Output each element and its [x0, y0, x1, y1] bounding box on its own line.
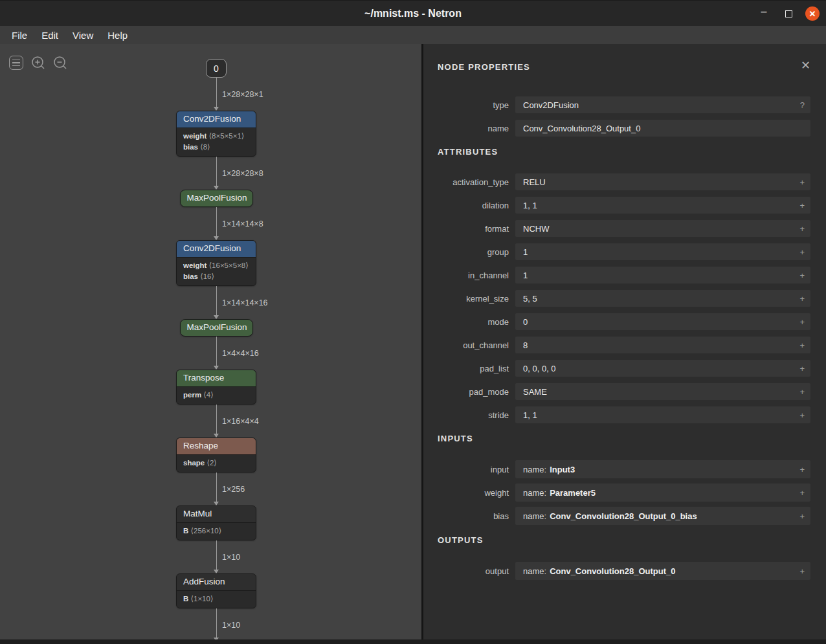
- type-help-button[interactable]: ?: [800, 100, 805, 110]
- attribute-row-in-channel: in_channel 1 +: [438, 267, 810, 283]
- arrow-down-icon: [214, 434, 219, 438]
- attribute-value-box[interactable]: SAME +: [515, 383, 810, 400]
- maximize-button[interactable]: [781, 6, 796, 21]
- graph-edge: 1×28×28×8: [164, 157, 268, 190]
- titlebar: ~/mnist.ms - Netron – ✕: [0, 0, 826, 26]
- input-value-box[interactable]: name: Conv_Convolution28_Output_0_bias +: [515, 507, 810, 525]
- attribute-value-box[interactable]: 1, 1 +: [515, 197, 810, 214]
- node-properties-panel: NODE PROPERTIES ✕ type Conv2DFusion ? na…: [423, 44, 826, 639]
- menu-view[interactable]: View: [66, 28, 100, 43]
- node-header[interactable]: MatMul: [177, 506, 256, 522]
- property-label: name: [438, 124, 509, 133]
- graph-node-maxpoolfusion-1[interactable]: MaxPoolFusion: [180, 190, 253, 207]
- name-value-box[interactable]: Conv_Convolution28_Output_0: [515, 120, 810, 137]
- expand-button[interactable]: +: [799, 201, 805, 210]
- edge-shape-label: 1×16×4×4: [222, 417, 259, 426]
- expand-button[interactable]: +: [799, 247, 805, 257]
- attribute-row-group: group 1 +: [438, 243, 810, 260]
- node-attributes: B ⟨256×10⟩: [177, 522, 256, 540]
- zoom-out-button[interactable]: [52, 55, 68, 71]
- output-row-output: output name: Conv_Convolution28_Output_0…: [438, 562, 810, 580]
- expand-button[interactable]: +: [799, 364, 805, 373]
- close-button[interactable]: ✕: [805, 6, 820, 21]
- zoom-in-icon: [30, 55, 46, 71]
- edge-shape-label: 1×14×14×8: [222, 219, 263, 228]
- expand-button[interactable]: +: [799, 224, 805, 234]
- graph-canvas[interactable]: 0 1×28×28×1 Conv2DFusion weight ⟨8×5×5×1…: [0, 44, 421, 639]
- menu-help[interactable]: Help: [101, 28, 134, 43]
- node-attributes: perm ⟨4⟩: [177, 386, 256, 404]
- attribute-row-kernel-size: kernel_size 5, 5 +: [438, 290, 810, 307]
- attribute-value-box[interactable]: 0, 0, 0, 0 +: [515, 360, 810, 377]
- expand-button[interactable]: +: [799, 317, 805, 327]
- property-row-name: name Conv_Convolution28_Output_0: [438, 120, 810, 137]
- graph-node-conv2dfusion-1[interactable]: Conv2DFusion weight ⟨8×5×5×1⟩ bias ⟨8⟩: [176, 111, 256, 157]
- attribute-value-box[interactable]: RELU +: [515, 173, 810, 190]
- close-panel-icon[interactable]: ✕: [801, 61, 810, 70]
- node-header[interactable]: Conv2DFusion: [177, 241, 256, 257]
- node-header[interactable]: Transpose: [177, 370, 256, 386]
- output-value-box[interactable]: name: Conv_Convolution28_Output_0 +: [515, 562, 810, 580]
- edge-shape-label: 1×28×28×8: [222, 169, 263, 178]
- expand-button[interactable]: +: [799, 340, 805, 350]
- graph-node-reshape[interactable]: Reshape shape ⟨2⟩: [176, 438, 256, 472]
- graph-node-addfusion[interactable]: AddFusion B ⟨1×10⟩: [176, 573, 256, 608]
- attribute-row-out-channel: out_channel 8 +: [438, 337, 810, 353]
- arrow-down-icon: [214, 366, 219, 370]
- graph-input-node[interactable]: 0: [206, 59, 227, 78]
- menu-edit[interactable]: Edit: [35, 28, 65, 43]
- input-value-box[interactable]: name: Parameter5 +: [515, 483, 810, 502]
- expand-button[interactable]: +: [799, 271, 805, 280]
- zoom-in-button[interactable]: [30, 55, 46, 71]
- input-value-box[interactable]: name: Input3 +: [515, 460, 810, 478]
- netron-window: ~/mnist.ms - Netron – ✕ File Edit View H…: [0, 0, 826, 644]
- node-header[interactable]: Reshape: [177, 438, 256, 454]
- node-header[interactable]: Conv2DFusion: [177, 111, 256, 128]
- graph-node-matmul[interactable]: MatMul B ⟨256×10⟩: [176, 505, 256, 540]
- attribute-value-box[interactable]: 5, 5 +: [515, 290, 810, 307]
- graph-edge: 1×16×4×4: [164, 405, 268, 438]
- node-attributes: B ⟨1×10⟩: [177, 590, 256, 608]
- attribute-value-box[interactable]: 0 +: [515, 313, 810, 330]
- edge-shape-label: 1×10: [222, 621, 240, 630]
- expand-button[interactable]: +: [799, 410, 805, 420]
- input-row-input: input name: Input3 +: [438, 460, 810, 478]
- graph-edge: 1×14×14×16: [164, 286, 268, 319]
- attribute-value-box[interactable]: 8 +: [515, 337, 810, 353]
- attribute-row-pad-list: pad_list 0, 0, 0, 0 +: [438, 360, 810, 377]
- edge-shape-label: 1×14×14×16: [222, 298, 268, 307]
- graph-node-transpose[interactable]: Transpose perm ⟨4⟩: [176, 370, 256, 405]
- node-attributes: weight ⟨8×5×5×1⟩ bias ⟨8⟩: [177, 128, 256, 156]
- graph-edge: 1×10: [164, 608, 268, 639]
- property-row-type: type Conv2DFusion ?: [438, 96, 810, 113]
- expand-button[interactable]: +: [799, 465, 805, 474]
- menu-icon: [9, 56, 23, 70]
- expand-button[interactable]: +: [799, 488, 805, 498]
- inputs-section-title: INPUTS: [438, 434, 810, 443]
- zoom-out-icon: [52, 55, 68, 71]
- menu-file[interactable]: File: [5, 28, 34, 43]
- panel-title: NODE PROPERTIES: [438, 62, 530, 72]
- input-row-weight: weight name: Parameter5 +: [438, 483, 810, 502]
- attribute-value-box[interactable]: 1 +: [515, 243, 810, 260]
- attribute-value-box[interactable]: 1 +: [515, 267, 810, 283]
- node-header[interactable]: AddFusion: [177, 574, 256, 590]
- expand-button[interactable]: +: [799, 566, 805, 576]
- sidebar-menu-button[interactable]: [8, 55, 24, 71]
- type-value-box[interactable]: Conv2DFusion ?: [515, 96, 810, 113]
- node-attributes: shape ⟨2⟩: [177, 454, 256, 472]
- attribute-row-format: format NCHW +: [438, 220, 810, 237]
- expand-button[interactable]: +: [799, 387, 805, 397]
- window-bottom-edge: [0, 639, 826, 644]
- attribute-value-box[interactable]: NCHW +: [515, 220, 810, 237]
- property-label: type: [438, 100, 509, 110]
- graph-edge: 1×256: [164, 472, 268, 505]
- graph-node-conv2dfusion-2[interactable]: Conv2DFusion weight ⟨16×5×5×8⟩ bias ⟨16⟩: [176, 240, 256, 286]
- expand-button[interactable]: +: [799, 511, 805, 521]
- attribute-value-box[interactable]: 1, 1 +: [515, 406, 810, 423]
- graph-node-maxpoolfusion-2[interactable]: MaxPoolFusion: [180, 319, 253, 337]
- expand-button[interactable]: +: [799, 294, 805, 304]
- arrow-down-icon: [214, 570, 219, 573]
- expand-button[interactable]: +: [799, 177, 805, 187]
- minimize-button[interactable]: –: [756, 6, 772, 21]
